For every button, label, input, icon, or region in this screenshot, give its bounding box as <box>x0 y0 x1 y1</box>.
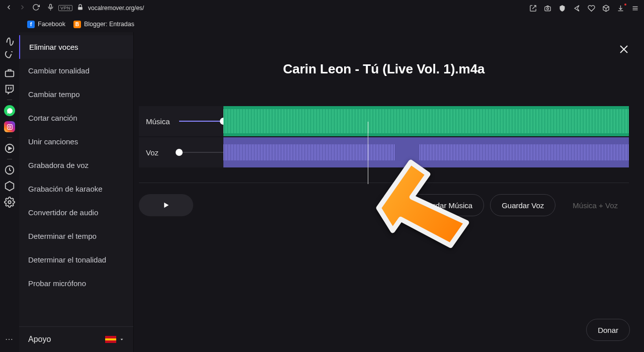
browser-vertical-bar: ⋯ <box>0 32 19 352</box>
track-row-music: Música <box>139 106 629 136</box>
svg-point-14 <box>9 126 11 128</box>
svg-marker-19 <box>121 339 123 340</box>
playhead-line[interactable] <box>368 122 368 184</box>
meta-icon[interactable] <box>4 35 15 46</box>
divider <box>139 183 629 183</box>
play-icon <box>162 201 171 210</box>
nav-back-icon[interactable] <box>5 4 13 13</box>
music-waveform[interactable] <box>223 106 629 136</box>
svg-rect-3 <box>545 7 550 11</box>
app-sidebar: Eliminar voces Cambiar tonalidad Cambiar… <box>19 32 134 352</box>
svg-rect-13 <box>7 124 12 129</box>
reload-icon[interactable] <box>32 4 40 13</box>
bookmark-blogger[interactable]: B Blogger: Entradas <box>73 21 134 28</box>
play-button[interactable] <box>139 194 193 216</box>
svg-line-9 <box>10 54 12 58</box>
url-text[interactable]: vocalremover.org/es/ <box>88 5 144 12</box>
sidebar-item-join[interactable]: Unir canciones <box>19 130 133 153</box>
music-volume-slider[interactable] <box>179 121 223 122</box>
cube-icon[interactable] <box>602 5 610 12</box>
sidebar-item-converter[interactable]: Convertidor de audio <box>19 201 133 224</box>
sidebar-item-pitch[interactable]: Cambiar tonalidad <box>19 59 133 82</box>
voice-waveform[interactable] <box>223 137 629 167</box>
browser-top-bar: VPN vocalremover.org/es/ <box>0 0 644 16</box>
shield-icon[interactable] <box>558 5 566 12</box>
send-icon[interactable] <box>573 5 581 12</box>
share-icon[interactable] <box>529 5 537 12</box>
sidebar-item-tempo[interactable]: Cambiar tempo <box>19 82 133 106</box>
save-music-button[interactable]: Guardar Música <box>407 194 484 216</box>
support-link[interactable]: Apoyo <box>28 335 51 344</box>
sidebar-item-bpm[interactable]: Determinar el tempo <box>19 224 133 248</box>
svg-point-4 <box>547 8 549 10</box>
menu-icon[interactable] <box>631 5 639 12</box>
track-list: Música Voz <box>139 106 629 168</box>
snapshot-icon[interactable] <box>544 5 551 12</box>
svg-point-18 <box>8 201 11 204</box>
more-icon[interactable]: ⋯ <box>5 334 14 344</box>
sidebar-item-cut[interactable]: Cortar canción <box>19 106 133 130</box>
combined-label: Música + Voz <box>561 194 629 216</box>
bookmark-label: Facebook <box>38 21 65 28</box>
flag-es-icon <box>105 336 116 343</box>
svg-rect-10 <box>6 71 14 76</box>
sidebar-item-key[interactable]: Determinar el tonalidad <box>19 248 133 272</box>
settings-icon[interactable] <box>4 197 15 208</box>
instagram-icon[interactable] <box>4 121 15 132</box>
sidebar-item-remove-vocals[interactable]: Eliminar voces <box>19 35 133 59</box>
download-icon[interactable] <box>617 5 624 12</box>
controls-bar: Guardar Música Guardar Voz Música + Voz <box>139 194 629 216</box>
nav-forward-icon[interactable] <box>19 4 26 13</box>
svg-rect-0 <box>50 4 52 8</box>
svg-marker-22 <box>164 203 169 208</box>
vpn-badge[interactable]: VPN <box>58 5 72 11</box>
heart-icon[interactable] <box>588 5 595 12</box>
mic-permission-icon[interactable] <box>47 4 54 13</box>
chevron-down-icon <box>119 337 124 342</box>
track-row-voice: Voz <box>139 137 629 167</box>
play-circle-icon[interactable] <box>4 143 15 154</box>
editor-main: Carin Leon - Tú (Live Vol. 1).m4a 00:00.… <box>134 32 644 352</box>
history-icon[interactable] <box>4 164 15 175</box>
track-label-music: Música <box>139 117 179 126</box>
bookmark-facebook[interactable]: f Facebook <box>27 21 65 28</box>
sidebar-item-voice-rec[interactable]: Grabadora de voz <box>19 153 133 177</box>
bookmark-label: Blogger: Entradas <box>84 21 134 28</box>
svg-rect-2 <box>78 7 83 10</box>
speed-icon[interactable] <box>4 51 15 62</box>
sidebar-item-karaoke[interactable]: Grabación de karaoke <box>19 177 133 201</box>
voice-volume-slider[interactable] <box>179 152 223 153</box>
package-icon[interactable] <box>4 181 15 192</box>
file-title: Carin Leon - Tú (Live Vol. 1).m4a <box>139 61 629 77</box>
sidebar-item-mic-test[interactable]: Probar micrófono <box>19 272 133 295</box>
bookmarks-bar: f Facebook B Blogger: Entradas <box>0 16 644 32</box>
facebook-icon: f <box>27 21 35 28</box>
donate-button[interactable]: Donar <box>586 319 630 341</box>
blogger-icon: B <box>73 21 81 28</box>
svg-marker-16 <box>9 147 12 150</box>
close-button[interactable] <box>618 43 630 57</box>
twitch-icon[interactable] <box>4 83 15 95</box>
language-switch[interactable] <box>105 336 124 343</box>
track-label-voice: Voz <box>139 148 179 157</box>
lock-icon[interactable] <box>76 4 84 13</box>
briefcase-icon[interactable] <box>4 67 15 78</box>
sidebar-menu: Eliminar voces Cambiar tonalidad Cambiar… <box>19 32 133 326</box>
save-voice-button[interactable]: Guardar Voz <box>490 194 555 216</box>
whatsapp-icon[interactable] <box>4 105 15 116</box>
